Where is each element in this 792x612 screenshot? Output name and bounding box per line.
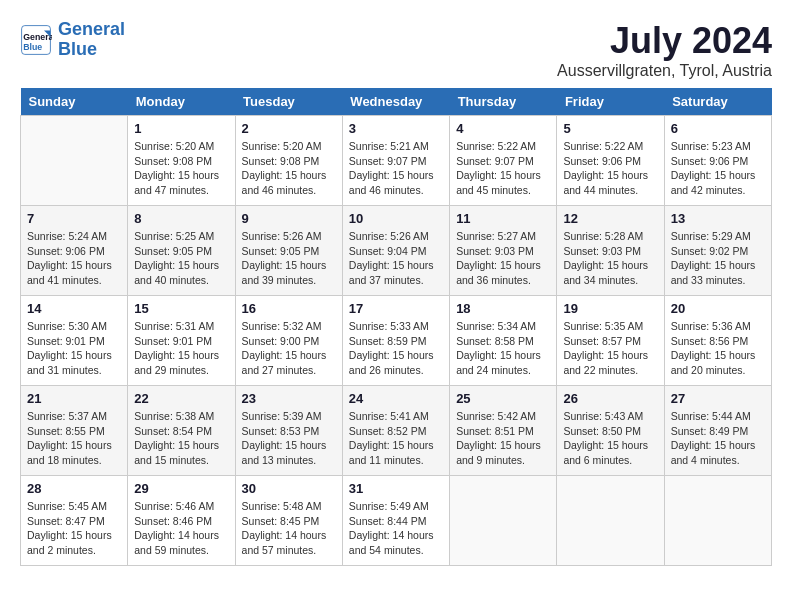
day-info: Sunrise: 5:46 AM Sunset: 8:46 PM Dayligh… — [134, 499, 228, 558]
day-number: 16 — [242, 301, 336, 316]
day-info: Sunrise: 5:26 AM Sunset: 9:04 PM Dayligh… — [349, 229, 443, 288]
calendar-table: SundayMondayTuesdayWednesdayThursdayFrid… — [20, 88, 772, 566]
weekday-header: Sunday — [21, 88, 128, 116]
day-number: 14 — [27, 301, 121, 316]
day-number: 13 — [671, 211, 765, 226]
calendar-week-row: 21Sunrise: 5:37 AM Sunset: 8:55 PM Dayli… — [21, 386, 772, 476]
day-info: Sunrise: 5:22 AM Sunset: 9:06 PM Dayligh… — [563, 139, 657, 198]
calendar-cell: 20Sunrise: 5:36 AM Sunset: 8:56 PM Dayli… — [664, 296, 771, 386]
day-info: Sunrise: 5:45 AM Sunset: 8:47 PM Dayligh… — [27, 499, 121, 558]
day-number: 31 — [349, 481, 443, 496]
day-number: 27 — [671, 391, 765, 406]
page-header: General Blue GeneralBlue July 2024 Ausse… — [20, 20, 772, 80]
calendar-cell: 13Sunrise: 5:29 AM Sunset: 9:02 PM Dayli… — [664, 206, 771, 296]
day-number: 4 — [456, 121, 550, 136]
day-info: Sunrise: 5:38 AM Sunset: 8:54 PM Dayligh… — [134, 409, 228, 468]
calendar-cell: 22Sunrise: 5:38 AM Sunset: 8:54 PM Dayli… — [128, 386, 235, 476]
calendar-cell: 14Sunrise: 5:30 AM Sunset: 9:01 PM Dayli… — [21, 296, 128, 386]
calendar-cell — [450, 476, 557, 566]
calendar-week-row: 14Sunrise: 5:30 AM Sunset: 9:01 PM Dayli… — [21, 296, 772, 386]
day-number: 28 — [27, 481, 121, 496]
day-info: Sunrise: 5:34 AM Sunset: 8:58 PM Dayligh… — [456, 319, 550, 378]
weekday-row: SundayMondayTuesdayWednesdayThursdayFrid… — [21, 88, 772, 116]
calendar-cell: 31Sunrise: 5:49 AM Sunset: 8:44 PM Dayli… — [342, 476, 449, 566]
calendar-cell: 10Sunrise: 5:26 AM Sunset: 9:04 PM Dayli… — [342, 206, 449, 296]
day-number: 9 — [242, 211, 336, 226]
day-number: 18 — [456, 301, 550, 316]
day-number: 11 — [456, 211, 550, 226]
calendar-cell: 11Sunrise: 5:27 AM Sunset: 9:03 PM Dayli… — [450, 206, 557, 296]
calendar-cell: 23Sunrise: 5:39 AM Sunset: 8:53 PM Dayli… — [235, 386, 342, 476]
day-info: Sunrise: 5:44 AM Sunset: 8:49 PM Dayligh… — [671, 409, 765, 468]
calendar-cell: 16Sunrise: 5:32 AM Sunset: 9:00 PM Dayli… — [235, 296, 342, 386]
day-info: Sunrise: 5:36 AM Sunset: 8:56 PM Dayligh… — [671, 319, 765, 378]
calendar-cell: 19Sunrise: 5:35 AM Sunset: 8:57 PM Dayli… — [557, 296, 664, 386]
day-info: Sunrise: 5:22 AM Sunset: 9:07 PM Dayligh… — [456, 139, 550, 198]
calendar-cell: 12Sunrise: 5:28 AM Sunset: 9:03 PM Dayli… — [557, 206, 664, 296]
day-number: 12 — [563, 211, 657, 226]
day-number: 7 — [27, 211, 121, 226]
day-number: 8 — [134, 211, 228, 226]
weekday-header: Wednesday — [342, 88, 449, 116]
calendar-week-row: 1Sunrise: 5:20 AM Sunset: 9:08 PM Daylig… — [21, 116, 772, 206]
day-info: Sunrise: 5:26 AM Sunset: 9:05 PM Dayligh… — [242, 229, 336, 288]
day-info: Sunrise: 5:37 AM Sunset: 8:55 PM Dayligh… — [27, 409, 121, 468]
logo-text: GeneralBlue — [58, 20, 125, 60]
day-info: Sunrise: 5:35 AM Sunset: 8:57 PM Dayligh… — [563, 319, 657, 378]
day-info: Sunrise: 5:42 AM Sunset: 8:51 PM Dayligh… — [456, 409, 550, 468]
day-number: 5 — [563, 121, 657, 136]
day-info: Sunrise: 5:31 AM Sunset: 9:01 PM Dayligh… — [134, 319, 228, 378]
weekday-header: Monday — [128, 88, 235, 116]
day-number: 17 — [349, 301, 443, 316]
calendar-cell: 9Sunrise: 5:26 AM Sunset: 9:05 PM Daylig… — [235, 206, 342, 296]
day-info: Sunrise: 5:28 AM Sunset: 9:03 PM Dayligh… — [563, 229, 657, 288]
day-info: Sunrise: 5:20 AM Sunset: 9:08 PM Dayligh… — [242, 139, 336, 198]
calendar-cell: 21Sunrise: 5:37 AM Sunset: 8:55 PM Dayli… — [21, 386, 128, 476]
day-info: Sunrise: 5:24 AM Sunset: 9:06 PM Dayligh… — [27, 229, 121, 288]
calendar-cell — [557, 476, 664, 566]
calendar-cell: 8Sunrise: 5:25 AM Sunset: 9:05 PM Daylig… — [128, 206, 235, 296]
calendar-week-row: 7Sunrise: 5:24 AM Sunset: 9:06 PM Daylig… — [21, 206, 772, 296]
calendar-cell — [664, 476, 771, 566]
day-number: 26 — [563, 391, 657, 406]
day-info: Sunrise: 5:27 AM Sunset: 9:03 PM Dayligh… — [456, 229, 550, 288]
day-number: 2 — [242, 121, 336, 136]
day-number: 29 — [134, 481, 228, 496]
weekday-header: Tuesday — [235, 88, 342, 116]
day-info: Sunrise: 5:29 AM Sunset: 9:02 PM Dayligh… — [671, 229, 765, 288]
location: Ausservillgraten, Tyrol, Austria — [557, 62, 772, 80]
weekday-header: Saturday — [664, 88, 771, 116]
day-info: Sunrise: 5:25 AM Sunset: 9:05 PM Dayligh… — [134, 229, 228, 288]
day-info: Sunrise: 5:41 AM Sunset: 8:52 PM Dayligh… — [349, 409, 443, 468]
title-block: July 2024 Ausservillgraten, Tyrol, Austr… — [557, 20, 772, 80]
day-number: 20 — [671, 301, 765, 316]
calendar-cell: 4Sunrise: 5:22 AM Sunset: 9:07 PM Daylig… — [450, 116, 557, 206]
svg-text:Blue: Blue — [23, 41, 42, 51]
day-info: Sunrise: 5:23 AM Sunset: 9:06 PM Dayligh… — [671, 139, 765, 198]
calendar-cell: 6Sunrise: 5:23 AM Sunset: 9:06 PM Daylig… — [664, 116, 771, 206]
calendar-cell — [21, 116, 128, 206]
calendar-cell: 29Sunrise: 5:46 AM Sunset: 8:46 PM Dayli… — [128, 476, 235, 566]
calendar-cell: 25Sunrise: 5:42 AM Sunset: 8:51 PM Dayli… — [450, 386, 557, 476]
logo: General Blue GeneralBlue — [20, 20, 125, 60]
day-info: Sunrise: 5:39 AM Sunset: 8:53 PM Dayligh… — [242, 409, 336, 468]
calendar-header: SundayMondayTuesdayWednesdayThursdayFrid… — [21, 88, 772, 116]
day-info: Sunrise: 5:32 AM Sunset: 9:00 PM Dayligh… — [242, 319, 336, 378]
day-info: Sunrise: 5:43 AM Sunset: 8:50 PM Dayligh… — [563, 409, 657, 468]
calendar-cell: 2Sunrise: 5:20 AM Sunset: 9:08 PM Daylig… — [235, 116, 342, 206]
day-number: 6 — [671, 121, 765, 136]
day-info: Sunrise: 5:49 AM Sunset: 8:44 PM Dayligh… — [349, 499, 443, 558]
day-number: 22 — [134, 391, 228, 406]
day-number: 24 — [349, 391, 443, 406]
calendar-cell: 18Sunrise: 5:34 AM Sunset: 8:58 PM Dayli… — [450, 296, 557, 386]
calendar-cell: 7Sunrise: 5:24 AM Sunset: 9:06 PM Daylig… — [21, 206, 128, 296]
day-number: 10 — [349, 211, 443, 226]
calendar-cell: 3Sunrise: 5:21 AM Sunset: 9:07 PM Daylig… — [342, 116, 449, 206]
day-number: 30 — [242, 481, 336, 496]
day-number: 25 — [456, 391, 550, 406]
day-info: Sunrise: 5:33 AM Sunset: 8:59 PM Dayligh… — [349, 319, 443, 378]
day-number: 1 — [134, 121, 228, 136]
month-title: July 2024 — [557, 20, 772, 62]
calendar-cell: 5Sunrise: 5:22 AM Sunset: 9:06 PM Daylig… — [557, 116, 664, 206]
day-number: 19 — [563, 301, 657, 316]
